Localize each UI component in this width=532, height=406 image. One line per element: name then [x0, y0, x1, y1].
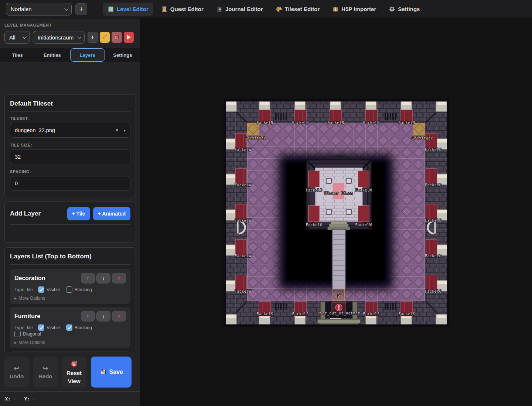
app-topbar: Norfalen + Level Editor Quest Editor Jou…: [0, 0, 532, 18]
map-label-fackel-n: FackelN: [363, 121, 380, 125]
map-label-fackel-o: FackelO: [306, 223, 323, 227]
layer-item-furniture[interactable]: Furniture ↑ ↓ × Type: tile Visible Block…: [10, 307, 130, 348]
move-layer-down-button[interactable]: ↓: [96, 273, 110, 283]
delete-layer-button[interactable]: ×: [112, 273, 126, 283]
save-button[interactable]: Save: [91, 357, 132, 388]
map-label-spawn: S: [337, 292, 340, 298]
package-icon: [332, 6, 339, 13]
tab-layers[interactable]: Layers: [70, 48, 105, 62]
nav-settings[interactable]: Settings: [384, 3, 424, 16]
nav-level-editor[interactable]: Level Editor: [103, 3, 153, 16]
caret-down-icon[interactable]: ▾: [124, 128, 126, 133]
add-animated-layer-button[interactable]: + Animated: [93, 207, 130, 220]
diagonal-checkbox[interactable]: [14, 331, 21, 337]
level-select[interactable]: Initiationsraum (: [33, 31, 85, 44]
level-filter-select[interactable]: All: [4, 31, 30, 44]
map-viewport[interactable]: FackelN FackelN FackelN FackelN FackelN …: [224, 99, 449, 327]
nav-label: Journal Editor: [225, 6, 263, 12]
visible-checkbox[interactable]: [38, 324, 44, 331]
map-label-fackel-s: FackelS: [292, 312, 309, 316]
map-label-fackel-w: FackelW: [235, 183, 252, 187]
checkbox-label: Diagonal: [23, 331, 41, 337]
nav-h5p-importer[interactable]: H5P Importer: [327, 3, 381, 16]
panel-title: Add Layer: [10, 210, 64, 217]
sidebar: LEVEL MANAGEMENT All Initiationsraum ( +…: [0, 18, 140, 406]
layer-name: Furniture: [14, 313, 79, 320]
tileset-select-value: dungeon_32.png: [15, 127, 115, 133]
undo-button[interactable]: ↩ Undo: [4, 357, 29, 388]
nav-quest-editor[interactable]: Quest Editor: [156, 3, 208, 16]
bridge: [332, 229, 345, 290]
level-management-section: LEVEL MANAGEMENT All Initiationsraum ( +: [0, 18, 140, 47]
main-nav: Level Editor Quest Editor Journal Editor…: [103, 3, 424, 16]
play-icon: [127, 35, 131, 39]
nav-label: Level Editor: [117, 6, 149, 12]
platform-steps: [328, 221, 350, 230]
map-label-fackel-n: FackelN: [399, 121, 415, 125]
edit-level-button[interactable]: [100, 32, 110, 43]
add-world-button[interactable]: +: [75, 3, 87, 15]
blocking-checkbox[interactable]: [66, 286, 72, 293]
redo-button[interactable]: ↪ Redo: [33, 357, 58, 388]
map-label-fackel-w: FackelW: [355, 188, 372, 192]
clear-icon[interactable]: ×: [115, 127, 119, 134]
map-label-goldstueck: Goldstück: [245, 136, 266, 140]
tab-tiles[interactable]: Tiles: [0, 48, 34, 62]
palette-icon: [276, 6, 282, 13]
notebook-icon: [216, 6, 223, 13]
move-layer-down-button[interactable]: ↓: [96, 311, 110, 321]
chevron-down-icon: [64, 6, 68, 10]
tile-size-input[interactable]: [10, 149, 130, 164]
tab-entities[interactable]: Entities: [35, 48, 69, 62]
world-select[interactable]: Norfalen: [6, 3, 72, 16]
editor-canvas[interactable]: FackelN FackelN FackelN FackelN FackelN …: [141, 18, 532, 406]
sidebar-content: Default Tileset TILESET: dungeon_32.png …: [0, 82, 140, 352]
more-options-toggle[interactable]: ▶More Options: [14, 340, 126, 345]
map-label-blauer-daemon: Blauer Dämon: [324, 191, 353, 195]
visible-checkbox[interactable]: [38, 286, 44, 293]
panel-title: Layers List (Top to Bottom): [10, 253, 130, 260]
map-label-fackel-w: FackelW: [235, 289, 252, 293]
pencil-icon: [101, 34, 108, 41]
map-label-door: door_out_of_nether: [317, 311, 360, 316]
map-label-fackel-o: FackelO: [306, 188, 323, 192]
delete-layer-button[interactable]: ×: [112, 311, 126, 321]
checkbox-label: Visible: [47, 287, 60, 292]
spacing-input[interactable]: [10, 176, 130, 191]
checkbox-label: Blocking: [75, 325, 92, 330]
map-label-fackel-n: FackelN: [292, 121, 309, 125]
reset-view-label: Reset: [66, 370, 82, 376]
move-layer-up-button[interactable]: ↑: [81, 311, 95, 321]
move-layer-up-button[interactable]: ↑: [81, 273, 95, 283]
tileset-select[interactable]: dungeon_32.png × ▾: [10, 123, 130, 138]
nav-journal-editor[interactable]: Journal Editor: [211, 3, 268, 16]
add-tile-layer-button[interactable]: + Tile: [67, 207, 90, 220]
layer-item-decoration[interactable]: Decoration ↑ ↓ × Type: tile Visible Bloc…: [10, 269, 130, 304]
delete-level-button[interactable]: [112, 32, 122, 43]
level-filter-value: All: [9, 34, 16, 41]
checkbox-label: Visible: [47, 325, 60, 330]
more-options-label: More Options: [18, 340, 45, 345]
nav-label: H5P Importer: [341, 6, 376, 12]
more-options-toggle[interactable]: ▶More Options: [14, 296, 126, 301]
dungeon-map[interactable]: FackelN FackelN FackelN FackelN FackelN …: [224, 99, 449, 327]
nav-tileset-editor[interactable]: Tileset Editor: [271, 3, 325, 16]
spacing-label: SPACING:: [10, 169, 130, 174]
y-value: -: [33, 396, 35, 402]
reset-view-button[interactable]: Reset View: [62, 357, 86, 388]
default-tileset-panel: Default Tileset TILESET: dungeon_32.png …: [4, 94, 136, 197]
layers-list-panel: Layers List (Top to Bottom) Decoration ↑…: [4, 247, 136, 352]
play-level-button[interactable]: [124, 32, 134, 43]
triangle-right-icon: ▶: [14, 297, 17, 300]
undo-label: Undo: [10, 373, 24, 379]
layer-type-label: Type: tile: [14, 287, 33, 292]
add-level-button[interactable]: +: [88, 32, 98, 43]
tab-settings[interactable]: Settings: [106, 48, 140, 62]
map-label-fackel-w: FackelW: [235, 148, 252, 152]
layer-type-label: Type: tile: [14, 325, 33, 330]
map-label-fackel-w: FackelW: [355, 223, 372, 227]
x-label: X:: [5, 396, 10, 402]
floppy-disk-icon: [99, 368, 106, 376]
blocking-checkbox[interactable]: [66, 324, 72, 331]
map-label-fackel-n: FackelN: [257, 121, 273, 125]
